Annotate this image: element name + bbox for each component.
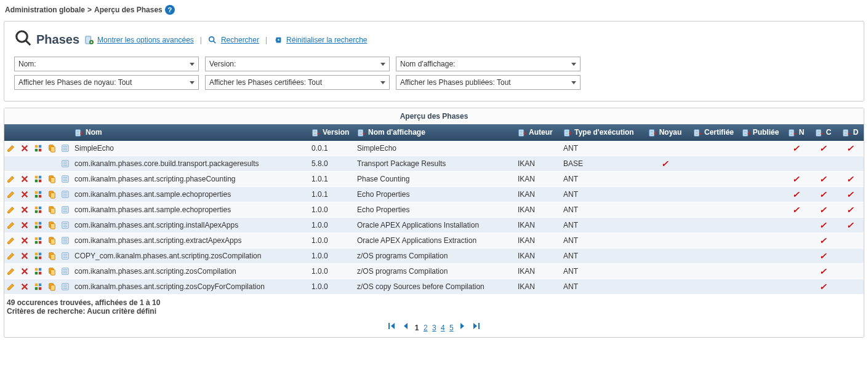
properties-icon[interactable] [34,175,42,183]
copy-icon[interactable] [47,221,56,229]
show-advanced-link[interactable]: Montrer les options avancées [97,36,194,44]
col-c[interactable]: C [810,124,837,141]
cell-noyau [641,263,689,279]
view-icon[interactable] [61,236,70,245]
filter-1[interactable]: Version: [205,57,390,71]
svg-rect-41 [39,207,41,209]
copy-icon[interactable] [47,282,56,291]
properties-icon[interactable] [34,190,42,199]
page-link[interactable]: 4 [441,324,445,332]
svg-rect-42 [35,210,38,213]
footer-criteria: Critères de recherche: Aucun critère déf… [7,307,861,316]
cell-version: 1.0.0 [309,217,355,233]
edit-icon[interactable] [7,252,15,260]
delete-icon[interactable] [20,252,29,260]
col-noyau[interactable]: Noyau [641,124,689,141]
page-link[interactable]: 3 [432,324,436,332]
copy-icon[interactable] [47,205,56,214]
filter-2[interactable]: Nom d'affichage: [396,57,581,71]
help-icon[interactable]: ? [165,5,175,15]
edit-icon[interactable] [7,205,15,214]
cell-n: ✓ [782,171,810,186]
col-d[interactable]: D [837,124,864,141]
filter2-0[interactable]: Afficher les Phases de noyau: Tout [14,75,199,90]
view-icon[interactable] [61,190,70,199]
delete-icon[interactable] [20,190,29,199]
svg-line-5 [214,41,216,43]
delete-icon[interactable] [20,205,29,214]
edit-icon[interactable] [7,267,15,276]
properties-icon[interactable] [34,236,42,245]
search-title: Phases [36,33,79,47]
properties-icon[interactable] [34,144,42,153]
delete-icon[interactable] [20,236,29,245]
delete-icon[interactable] [20,267,29,276]
edit-icon[interactable] [7,221,15,229]
edit-icon[interactable] [7,175,15,183]
properties-icon[interactable] [34,205,42,214]
filter-0[interactable]: Nom: [14,57,199,71]
copy-icon[interactable] [47,252,56,260]
copy-icon[interactable] [47,175,56,183]
copy-icon[interactable] [47,267,56,276]
delete-icon[interactable] [20,221,29,229]
page-last-icon[interactable] [472,322,480,332]
cell-pub [738,279,782,294]
edit-icon[interactable] [7,282,15,291]
filter2-1[interactable]: Afficher les Phases certifiées: Tout [205,75,390,90]
reset-link[interactable]: Réinitialiser la recherche [286,36,367,44]
copy-icon[interactable] [47,190,56,199]
col-auteur[interactable]: Auteur [515,124,561,141]
edit-icon[interactable] [7,144,15,153]
search-link[interactable]: Rechercher [221,36,259,44]
col-version[interactable]: Version [309,124,355,141]
page-prev-icon[interactable] [401,322,412,332]
properties-icon[interactable] [34,221,42,229]
page-next-icon[interactable] [458,322,469,332]
view-icon[interactable] [61,221,70,229]
svg-rect-55 [39,237,41,240]
pagination: 1 2 3 4 5 [4,317,864,337]
footer-count: 49 occurences trouvées, affichées de 1 à… [7,298,861,307]
properties-icon[interactable] [34,252,42,260]
delete-icon[interactable] [20,175,29,183]
view-icon[interactable] [61,144,70,153]
properties-icon[interactable] [34,267,42,276]
cell-exec: ANT [561,248,641,263]
col-nom[interactable]: Nom [72,124,309,141]
view-icon[interactable] [61,282,70,291]
properties-icon[interactable] [34,282,42,291]
delete-icon[interactable] [20,282,29,291]
page-first-icon[interactable] [388,322,399,332]
view-icon[interactable] [61,175,70,183]
cell-auteur: IKAN [515,233,561,248]
view-icon[interactable] [61,252,70,260]
cell-pub [738,141,782,156]
table-row: com.ikanalm.phases.ant.scripting.zosCopy… [4,279,864,294]
svg-rect-47 [35,222,38,225]
col-publiee[interactable]: Publiée [738,124,782,141]
col-certifiee[interactable]: Certifiée [689,124,738,141]
copy-icon[interactable] [47,236,56,245]
cell-d [837,263,864,279]
view-icon[interactable] [61,205,70,214]
view-icon[interactable] [61,159,70,168]
copy-icon[interactable] [47,144,56,153]
col-execution[interactable]: Type d'exécution [561,124,641,141]
table-row: com.ikanalm.phases.ant.sample.echoproper… [4,202,864,217]
col-n[interactable]: N [782,124,810,141]
cell-auteur: IKAN [515,248,561,263]
cell-auteur: IKAN [515,186,561,202]
edit-icon[interactable] [7,190,15,199]
edit-icon[interactable] [7,236,15,245]
page-link[interactable]: 5 [449,324,454,332]
filter2-2[interactable]: Afficher les Phases publiées: Tout [396,75,581,90]
cell-exec: ANT [561,171,641,186]
delete-icon[interactable] [20,144,29,153]
cell-c: ✓ [810,263,837,279]
view-icon[interactable] [61,267,70,276]
svg-rect-20 [35,149,38,151]
col-affichage[interactable]: Nom d'affichage [355,124,515,141]
page-link[interactable]: 2 [424,324,428,332]
cell-nom: com.ikanalm.phases.ant.sample.echoproper… [72,186,309,202]
